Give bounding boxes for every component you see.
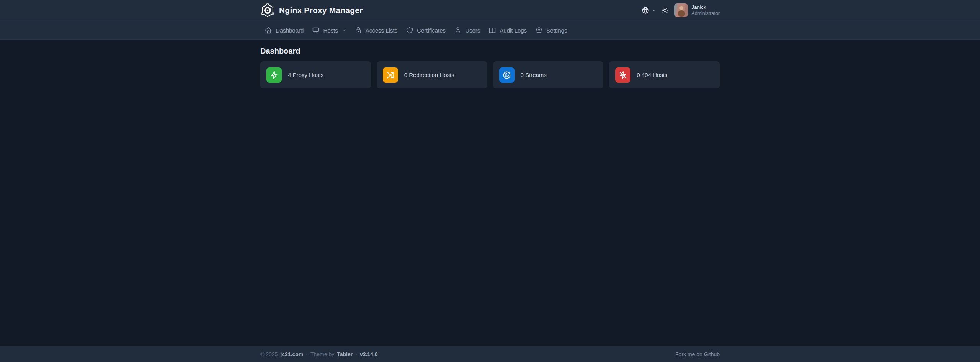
jc21-link[interactable]: jc21.com bbox=[280, 351, 303, 357]
app-title: Nginx Proxy Manager bbox=[279, 6, 363, 15]
card-label: 4 Proxy Hosts bbox=[288, 72, 323, 78]
nav-item-dashboard[interactable]: Dashboard bbox=[260, 21, 308, 39]
nav-label: Settings bbox=[546, 27, 567, 34]
footer-credits: © 2025 jc21.com · Theme by Tabler · v2.1… bbox=[260, 351, 378, 357]
globe-icon bbox=[641, 6, 650, 15]
chevron-down-icon bbox=[342, 28, 346, 32]
disc-icon bbox=[502, 70, 511, 80]
separator: · bbox=[355, 351, 357, 357]
main-content: Dashboard 4 Proxy Hosts bbox=[0, 40, 980, 346]
sun-icon bbox=[661, 6, 669, 15]
gear-icon bbox=[535, 26, 543, 34]
nav-item-audit-logs[interactable]: Audit Logs bbox=[484, 21, 531, 39]
main-navbar: Dashboard Hosts Access Lists bbox=[0, 21, 980, 40]
page: Nginx Proxy Manager bbox=[0, 0, 980, 362]
home-icon bbox=[265, 26, 272, 34]
nav-label: Dashboard bbox=[276, 27, 304, 34]
book-icon bbox=[488, 26, 496, 34]
redirection-hosts-tile bbox=[383, 67, 398, 83]
page-title: Dashboard bbox=[260, 47, 720, 56]
github-link[interactable]: Fork me on Github bbox=[675, 351, 720, 357]
streams-tile bbox=[499, 67, 514, 83]
version-link[interactable]: v2.14.0 bbox=[360, 351, 378, 357]
language-selector[interactable] bbox=[641, 6, 656, 15]
monitor-icon bbox=[312, 26, 320, 34]
user-name: Janick bbox=[691, 4, 720, 11]
nav-item-certificates[interactable]: Certificates bbox=[402, 21, 450, 39]
stat-cards: 4 Proxy Hosts 0 Redirection Hosts bbox=[260, 61, 720, 88]
avatar bbox=[674, 3, 688, 17]
lock-icon bbox=[354, 26, 362, 34]
bolt-off-icon bbox=[618, 70, 627, 80]
nav-label: Audit Logs bbox=[500, 27, 527, 34]
card-streams[interactable]: 0 Streams bbox=[493, 61, 604, 88]
404-hosts-tile bbox=[615, 67, 630, 83]
tabler-link[interactable]: Tabler bbox=[337, 351, 353, 357]
card-proxy-hosts[interactable]: 4 Proxy Hosts bbox=[260, 61, 371, 88]
nav-label: Users bbox=[465, 27, 480, 34]
user-role: Administrator bbox=[691, 11, 720, 17]
copyright-text: © 2025 bbox=[260, 351, 278, 357]
card-label: 0 Redirection Hosts bbox=[404, 72, 454, 78]
bolt-icon bbox=[270, 70, 279, 80]
brand[interactable]: Nginx Proxy Manager bbox=[260, 3, 363, 18]
proxy-hosts-tile bbox=[266, 67, 282, 83]
shield-icon bbox=[406, 26, 413, 34]
theme-by-text: Theme by bbox=[310, 351, 334, 357]
nav-item-hosts[interactable]: Hosts bbox=[308, 21, 350, 39]
top-header-bar: Nginx Proxy Manager bbox=[0, 0, 980, 21]
card-label: 0 Streams bbox=[521, 72, 547, 78]
chevron-down-icon bbox=[652, 8, 656, 12]
nav-item-users[interactable]: Users bbox=[450, 21, 484, 39]
card-redirection-hosts[interactable]: 0 Redirection Hosts bbox=[377, 61, 487, 88]
theme-toggle-button[interactable] bbox=[661, 6, 669, 15]
user-menu[interactable]: Janick Administrator bbox=[674, 3, 720, 17]
card-404-hosts[interactable]: 0 404 Hosts bbox=[609, 61, 720, 88]
separator: · bbox=[306, 351, 308, 357]
nav-label: Hosts bbox=[323, 27, 338, 34]
user-icon bbox=[454, 26, 462, 34]
footer: © 2025 jc21.com · Theme by Tabler · v2.1… bbox=[0, 346, 980, 362]
card-label: 0 404 Hosts bbox=[637, 72, 667, 78]
nav-item-access-lists[interactable]: Access Lists bbox=[350, 21, 402, 39]
nav-label: Certificates bbox=[417, 27, 446, 34]
arrows-cross-icon bbox=[386, 70, 395, 80]
npm-logo-icon bbox=[260, 3, 275, 18]
nav-item-settings[interactable]: Settings bbox=[531, 21, 571, 39]
nav-label: Access Lists bbox=[366, 27, 397, 34]
